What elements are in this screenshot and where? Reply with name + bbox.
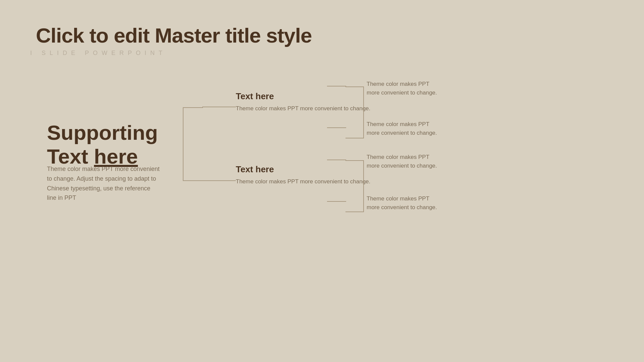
supporting-line1: Supporting	[47, 121, 158, 144]
supporting-title[interactable]: Supporting Text here	[47, 121, 158, 169]
slide: Click to edit Master title style I SLIDE…	[0, 0, 644, 362]
master-title[interactable]: Click to edit Master title style	[36, 23, 312, 47]
h-line-rb1	[327, 160, 346, 160]
bracket-right-bottom	[345, 160, 364, 212]
supporting-body[interactable]: Theme color makes PPT more convenient to…	[47, 164, 161, 203]
h-line-rt1	[327, 86, 346, 86]
right-text-1[interactable]: Theme color makes PPT more convenient to…	[367, 80, 440, 98]
h-line-rb2	[327, 201, 346, 202]
h-line-rt2	[327, 127, 346, 128]
bracket-left	[183, 107, 203, 181]
watermark: I SLIDE POWERPOINT	[0, 50, 644, 57]
bracket-right-top	[345, 86, 364, 138]
h-line-bottom	[202, 180, 236, 181]
h-line-top	[202, 107, 236, 107]
right-text-3[interactable]: Theme color makes PPT more convenient to…	[367, 153, 440, 171]
right-text-4[interactable]: Theme color makes PPT more convenient to…	[367, 194, 440, 212]
right-text-2[interactable]: Theme color makes PPT more convenient to…	[367, 120, 440, 138]
watermark-text: I SLIDE POWERPOINT	[30, 50, 166, 57]
